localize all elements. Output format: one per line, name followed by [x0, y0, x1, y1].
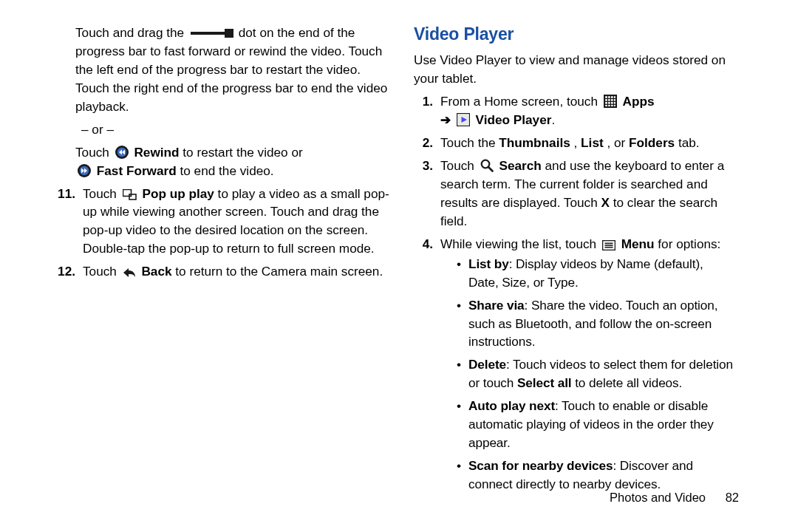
text: to restart the video or [183, 145, 302, 160]
popup-play-icon [123, 189, 137, 200]
text: for options: [658, 236, 720, 251]
item-body: From a Home screen, touch Apps ➔ Video P… [440, 92, 733, 129]
item-body: Touch Search and use the keyboard to ent… [440, 157, 733, 231]
video-player-icon [457, 113, 470, 126]
bullet-item: • Delete: Touch videos to select them fo… [440, 355, 733, 392]
fast-forward-icon [78, 164, 91, 177]
bullet-item: • Share via: Share the video. Touch an o… [440, 296, 733, 352]
text: , [574, 135, 582, 150]
footer-section: Photos and Video [610, 491, 706, 504]
page-number: 82 [726, 491, 739, 504]
folders-label: Folders [629, 135, 675, 150]
item-body: Touch Pop up play to play a video as a s… [83, 185, 395, 259]
text: Touch [75, 145, 113, 160]
bullet-title: Auto play next [468, 398, 555, 413]
bullet-icon: • [457, 296, 468, 352]
bullet-item: • Scan for nearby devices: Discover and … [440, 457, 733, 494]
list-label: List [581, 135, 604, 150]
search-icon [480, 159, 494, 172]
list-item: 1. From a Home screen, touch Apps ➔ Vide… [414, 92, 733, 129]
item-number: 2. [414, 134, 440, 152]
list-item: 11. Touch Pop up play to play a video as… [49, 185, 395, 259]
list-item: 2. Touch the Thumbnails , List , or Fold… [414, 134, 733, 152]
left-column: Touch and drag the dot on the end of the… [75, 24, 395, 285]
text: Touch [440, 158, 478, 173]
apps-label: Apps [623, 94, 655, 109]
text: Touch [83, 186, 120, 201]
menu-label: Menu [621, 236, 655, 251]
item-body: While viewing the list, touch Menu for o… [440, 235, 733, 498]
menu-icon [602, 240, 615, 250]
bullet-icon: • [457, 355, 468, 392]
bullet-title: Delete [468, 357, 506, 372]
intro-text: Use Video Player to view and manage vide… [414, 51, 733, 88]
text: Touch the [440, 135, 499, 150]
apps-icon [604, 95, 617, 108]
bullet-title: Share via [468, 298, 525, 313]
rewind-instruction: Touch Rewind to restart the video or Fas… [75, 143, 395, 180]
text: Touch [83, 264, 120, 279]
progress-instruction: Touch and drag the dot on the end of the… [75, 24, 395, 116]
bullet-icon: • [457, 457, 468, 494]
select-all-label: Select all [517, 375, 572, 390]
page-footer: Photos and Video 82 [610, 489, 739, 507]
item-body: Touch the Thumbnails , List , or Folders… [440, 134, 733, 152]
right-column: Video Player Use Video Player to view an… [414, 22, 733, 502]
text: to delete all videos. [572, 375, 683, 390]
rewind-label: Rewind [134, 145, 179, 160]
bullet-item: • List by: Display videos by Name (defau… [440, 255, 733, 292]
item-body: Touch Back to return to the Camera main … [83, 262, 395, 281]
search-label: Search [499, 158, 541, 173]
text: to return to the Camera main screen. [175, 264, 383, 279]
back-icon [123, 266, 136, 278]
bullet-icon: • [457, 255, 468, 292]
text: From a Home screen, touch [440, 94, 601, 109]
arrow-icon: ➔ [440, 112, 451, 127]
item-number: 4. [414, 235, 440, 498]
bullet-icon: • [457, 397, 468, 452]
thumbnails-label: Thumbnails [499, 135, 570, 150]
x-label: X [601, 195, 610, 210]
item-number: 11. [49, 185, 83, 259]
fast-forward-label: Fast Forward [97, 163, 177, 178]
text: While viewing the list, touch [440, 236, 600, 251]
item-number: 3. [414, 157, 440, 231]
popup-label: Pop up play [142, 186, 214, 201]
video-player-label: Video Player [476, 112, 552, 127]
text: tab. [678, 135, 700, 150]
text: , or [607, 135, 629, 150]
rewind-icon [115, 146, 129, 159]
item-number: 12. [49, 262, 83, 281]
bullet-title: List by [468, 256, 509, 271]
list-item: 4. While viewing the list, touch Menu fo… [414, 235, 733, 498]
back-label: Back [141, 264, 171, 279]
bullet-title: Scan for nearby devices [468, 458, 613, 473]
text: Touch and drag the [75, 25, 188, 40]
section-title: Video Player [414, 22, 733, 47]
text: to end the video. [180, 163, 273, 178]
item-number: 1. [414, 92, 440, 129]
text: . [551, 112, 555, 127]
manual-page: Touch and drag the dot on the end of the… [0, 0, 798, 532]
progress-bar-icon [191, 29, 232, 38]
list-item: 3. Touch Search and use the keyboard to … [414, 157, 733, 231]
list-item: 12. Touch Back to return to the Camera m… [49, 262, 395, 281]
or-divider: – or – [81, 120, 395, 139]
bullet-item: • Auto play next: Touch to enable or dis… [440, 397, 733, 452]
